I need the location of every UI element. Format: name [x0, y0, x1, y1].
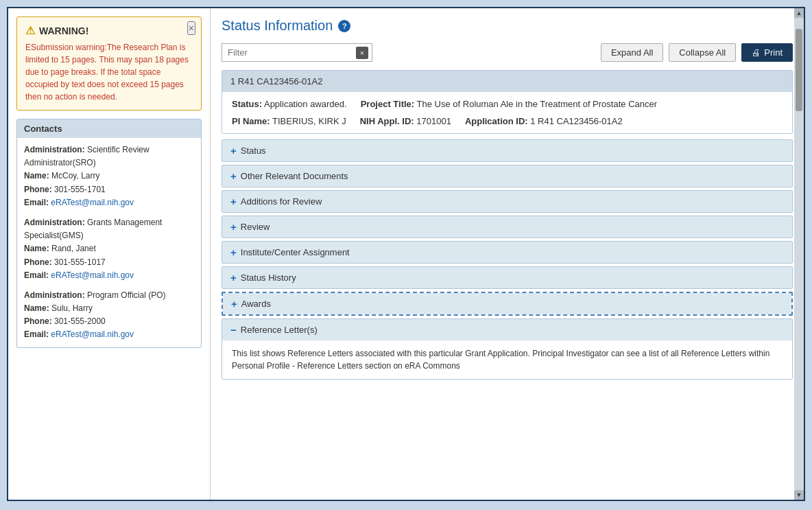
accordion-section-4: + Institute/Center Assignment — [222, 241, 793, 264]
accordion-label-2: Additions for Review — [241, 196, 322, 207]
accordion-icon-3: + — [230, 221, 237, 233]
email-label: Email: — [24, 329, 49, 339]
app-card-header: 1 R41 CA123456-01A2 — [222, 71, 792, 92]
phone-label: Phone: — [24, 257, 52, 267]
accordion-section-2: + Additions for Review — [222, 190, 793, 213]
phone-label: Phone: — [24, 316, 52, 326]
filter-wrapper: × — [222, 43, 372, 62]
contacts-body: Administration: Scientific Review Admini… — [17, 138, 201, 347]
scroll-arrow-down[interactable]: ▼ — [794, 490, 804, 500]
accordion-header-1[interactable]: + Other Relevant Documents — [222, 165, 792, 187]
filter-clear-button[interactable]: × — [356, 47, 368, 59]
email-label: Email: — [24, 270, 49, 280]
expand-all-button[interactable]: Expand All — [601, 43, 663, 62]
accordion-label-0: Status — [241, 146, 266, 156]
nih-appl-id-label: NIH Appl. ID: — [360, 116, 414, 126]
accordion-header-2[interactable]: + Additions for Review — [222, 191, 792, 212]
accordion-icon-4: + — [230, 246, 237, 258]
accordion-header-4[interactable]: + Institute/Center Assignment — [222, 242, 792, 263]
name-label: Name: — [24, 303, 49, 313]
reference-body: This list shows Reference Letters associ… — [222, 340, 792, 379]
left-panel: × ⚠ WARNING! ESubmission warning:The Res… — [8, 8, 211, 500]
warning-text: ESubmission warning:The Research Plan is… — [25, 41, 193, 103]
contact-group-2: Administration: Program Official (PO) Na… — [24, 289, 194, 342]
accordion-label-3: Review — [241, 222, 270, 232]
accordion-section-3: + Review — [222, 216, 793, 238]
contact-group-1: Administration: Grants Management Specia… — [24, 216, 194, 282]
email-link[interactable]: eRATest@mail.nih.gov — [51, 329, 134, 339]
accordion-header-0[interactable]: + Status — [222, 140, 792, 161]
scroll-arrow-up[interactable]: ▲ — [794, 8, 804, 18]
accordion-icon-5: + — [230, 272, 237, 283]
app-card-body: Status: Application awarded. Project Tit… — [222, 92, 792, 133]
collapse-all-button[interactable]: Collapse All — [669, 43, 736, 62]
accordion-section-1: + Other Relevant Documents — [222, 165, 793, 187]
filter-input[interactable] — [222, 43, 372, 62]
page-title-row: Status Information ? — [222, 18, 793, 34]
main-container: × ⚠ WARNING! ESubmission warning:The Res… — [7, 7, 805, 501]
app-card-row-1: Status: Application awarded. Project Tit… — [232, 99, 783, 109]
app-card-row-2: PI Name: TIBERIUS, KIRK J NIH Appl. ID: … — [232, 116, 783, 126]
application-id-field: Application ID: 1 R41 CA123456-01A2 — [465, 116, 623, 126]
phone-label: Phone: — [24, 185, 52, 194]
page-title: Status Information — [222, 18, 333, 34]
accordion-icon-0: + — [230, 145, 237, 157]
application-id-value: 1 R41 CA123456-01A2 — [530, 116, 622, 126]
nih-appl-id-field: NIH Appl. ID: 1701001 — [360, 116, 451, 126]
accordion-label-5: Status History — [241, 273, 296, 283]
accordion-icon-2: + — [230, 196, 237, 207]
accordion-icon-7: − — [230, 324, 237, 336]
contacts-header: Contacts — [17, 119, 201, 138]
admin-label: Administration: — [24, 145, 85, 154]
project-title-label: Project Title: — [361, 99, 415, 109]
accordion-icon-6: + — [231, 298, 237, 310]
project-title-value: The Use of Roluman Ale in the Treatment … — [417, 99, 657, 109]
warning-box: × ⚠ WARNING! ESubmission warning:The Res… — [16, 16, 202, 111]
scrollbar[interactable]: ▲ ▼ — [794, 8, 804, 500]
status-label: Status: — [232, 99, 262, 109]
project-title-field: Project Title: The Use of Roluman Ale in… — [361, 99, 657, 109]
print-button[interactable]: 🖨 Print — [741, 43, 793, 62]
accordion-section-7: − Reference Letter(s) This list shows Re… — [222, 318, 793, 380]
status-field: Status: Application awarded. — [232, 99, 347, 109]
email-link[interactable]: eRATest@mail.nih.gov — [51, 270, 134, 280]
accordion-section-5: + Status History — [222, 266, 793, 289]
accordion-header-5[interactable]: + Status History — [222, 267, 792, 288]
accordion-section-0: + Status — [222, 139, 793, 162]
toolbar: × Expand All Collapse All 🖨 Print — [222, 43, 793, 62]
warning-close-button[interactable]: × — [187, 21, 195, 35]
accordion-header-7[interactable]: − Reference Letter(s) — [222, 319, 792, 340]
accordion-label-1: Other Relevant Documents — [241, 171, 348, 181]
status-value: Application awarded. — [264, 99, 347, 109]
admin-label: Administration: — [24, 290, 85, 300]
print-icon: 🖨 — [752, 47, 761, 58]
accordion-container: + Status + Other Relevant Documents + Ad… — [222, 139, 793, 380]
pi-name-field: PI Name: TIBERIUS, KIRK J — [232, 116, 346, 126]
accordion-icon-1: + — [230, 170, 237, 182]
accordion-label-7: Reference Letter(s) — [241, 325, 318, 335]
warning-title: ⚠ WARNING! — [25, 24, 193, 37]
email-label: Email: — [24, 198, 49, 207]
accordion-header-3[interactable]: + Review — [222, 216, 792, 237]
warning-title-text: WARNING! — [39, 25, 88, 36]
email-link[interactable]: eRATest@mail.nih.gov — [51, 198, 134, 207]
accordion-section-6: + Awards — [222, 292, 793, 316]
warning-icon: ⚠ — [25, 24, 35, 37]
help-icon[interactable]: ? — [338, 20, 350, 32]
name-label: Name: — [24, 171, 49, 181]
name-label: Name: — [24, 244, 49, 253]
right-panel: Status Information ? × Expand All Collap… — [211, 8, 804, 500]
accordion-header-6[interactable]: + Awards — [223, 293, 791, 314]
application-id-label: Application ID: — [465, 116, 528, 126]
admin-label: Administration: — [24, 218, 85, 227]
nih-appl-id-value: 1701001 — [416, 116, 451, 126]
pi-name-value: TIBERIUS, KIRK J — [272, 116, 346, 126]
print-label: Print — [764, 47, 783, 58]
pi-name-label: PI Name: — [232, 116, 270, 126]
contact-group-0: Administration: Scientific Review Admini… — [24, 143, 194, 209]
contacts-box: Contacts Administration: Scientific Revi… — [16, 119, 202, 348]
scrollbar-thumb[interactable] — [796, 29, 802, 111]
accordion-label-6: Awards — [241, 299, 271, 309]
application-card: 1 R41 CA123456-01A2 Status: Application … — [222, 70, 793, 134]
accordion-label-4: Institute/Center Assignment — [241, 247, 350, 257]
